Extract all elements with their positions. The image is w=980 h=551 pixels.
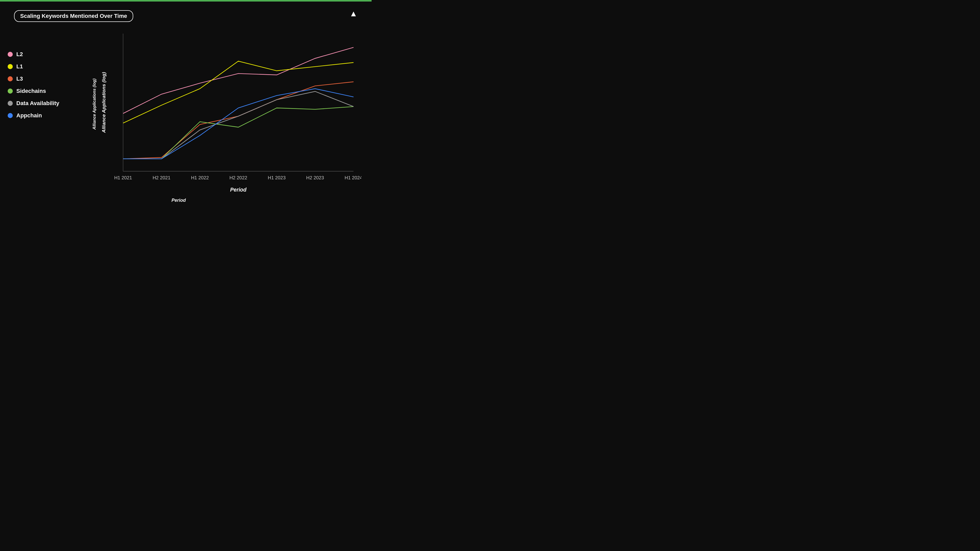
legend-item-l3: L3 — [8, 76, 59, 82]
svg-text:H2 2022: H2 2022 — [229, 175, 247, 180]
series-line-sidechains — [123, 106, 353, 159]
series-line-l1 — [123, 61, 353, 123]
series-line-dataavailability — [123, 91, 353, 159]
legend-dot — [8, 101, 13, 106]
chart-title: Scaling Keywords Mentioned Over Time — [20, 13, 127, 19]
svg-text:H2 2021: H2 2021 — [153, 175, 170, 180]
legend: L2L1L3SidechainsData AvailabilityAppchai… — [8, 51, 59, 119]
logo-icon: ▲ — [349, 9, 358, 18]
legend-label: L1 — [16, 63, 23, 70]
legend-label: L3 — [16, 76, 23, 82]
legend-label: Data Availability — [16, 100, 59, 106]
legend-dot — [8, 52, 13, 57]
svg-text:H1 2023: H1 2023 — [268, 175, 286, 180]
svg-text:H2 2023: H2 2023 — [306, 175, 324, 180]
top-bar — [0, 0, 372, 2]
legend-label: Appchain — [16, 112, 42, 119]
legend-item-l2: L2 — [8, 51, 59, 58]
svg-text:H1 2021: H1 2021 — [114, 175, 132, 180]
x-axis-label: Period — [172, 198, 186, 203]
svg-text:Period: Period — [230, 186, 247, 192]
legend-dot — [8, 113, 13, 118]
legend-dot — [8, 76, 13, 81]
legend-item-sidechains: Sidechains — [8, 88, 59, 94]
legend-dot — [8, 64, 13, 69]
svg-text:Alliance Applications (log): Alliance Applications (log) — [101, 72, 107, 133]
legend-item-l1: L1 — [8, 63, 59, 70]
legend-item-data-availability: Data Availability — [8, 100, 59, 106]
chart-area: H1 2021H2 2021H1 2022H2 2022H1 2023H2 20… — [100, 25, 361, 193]
svg-text:H1 2022: H1 2022 — [191, 175, 209, 180]
y-axis-label: Alliance Applications (log) — [92, 79, 97, 130]
legend-label: Sidechains — [16, 88, 46, 94]
series-line-l2 — [123, 48, 353, 114]
legend-label: L2 — [16, 51, 23, 58]
series-line-l3 — [123, 82, 353, 159]
svg-text:H1 2024: H1 2024 — [345, 175, 361, 180]
legend-item-appchain: Appchain — [8, 112, 59, 119]
title-box: Scaling Keywords Mentioned Over Time — [14, 10, 133, 22]
legend-dot — [8, 89, 13, 94]
series-line-appchain — [123, 89, 353, 159]
chart-svg: H1 2021H2 2021H1 2022H2 2022H1 2023H2 20… — [100, 25, 361, 193]
